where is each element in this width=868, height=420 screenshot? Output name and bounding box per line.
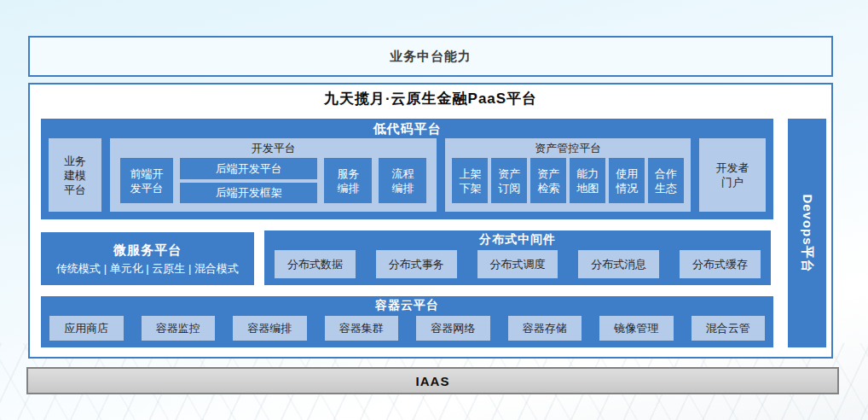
lowcode-content-row: 业务 建模 平台 开发平台 前端开 发平台 后端开发平台 后端开发框架 服务 编… <box>41 138 773 219</box>
asset-search-box: 资产 检索 <box>530 158 566 203</box>
architecture-diagram: 业务中台能力 九天揽月·云原生金融PaaS平台 低代码平台 业务 建模 平台 开… <box>0 0 868 420</box>
container-cluster-box: 容器集群 <box>325 316 399 341</box>
devops-platform-label: Devops平台 <box>799 194 815 272</box>
microservice-title: 微服务平台 <box>41 242 254 259</box>
container-cloud-row: 应用商店 容器监控 容器编排 容器集群 容器网络 容器存储 镜像管理 混合云管 <box>41 314 773 347</box>
dev-platform-title: 开发平台 <box>110 138 437 158</box>
banner-label: 业务中台能力 <box>390 49 472 65</box>
microservice-platform-section: 微服务平台 传统模式 | 单元化 | 云原生 | 混合模式 <box>41 232 254 285</box>
iaas-label: IAAS <box>416 374 450 388</box>
capability-map-box: 能力 地图 <box>570 158 605 203</box>
dev-platform-row: 前端开 发平台 后端开发平台 后端开发框架 服务 编排 流程 编排 <box>110 158 437 212</box>
container-cloud-section: 容器云平台 应用商店 容器监控 容器编排 容器集群 容器网络 容器存储 镜像管理… <box>41 296 773 347</box>
business-modeling-box: 业务 建模 平台 <box>49 138 101 212</box>
middleware-row: 分布式数据 分布式事务 分布式调度 分布式消息 分布式缓存 <box>264 248 771 285</box>
asset-control-group: 资产管控平台 上架 下架 资产 订阅 资产 检索 能力 地图 使用 情况 合作 … <box>445 138 691 212</box>
distributed-message-box: 分布式消息 <box>578 250 659 278</box>
distributed-data-box: 分布式数据 <box>275 250 356 278</box>
asset-control-title: 资产管控平台 <box>445 138 691 158</box>
container-monitoring-box: 容器监控 <box>142 316 216 341</box>
asset-control-row: 上架 下架 资产 订阅 资产 检索 能力 地图 使用 情况 合作 生态 <box>445 158 691 212</box>
devops-platform-bar: Devops平台 <box>788 119 826 347</box>
backend-dev-framework-box: 后端开发框架 <box>180 183 317 204</box>
container-orchestration-box: 容器编排 <box>233 316 307 341</box>
lowcode-platform-section: 低代码平台 业务 建模 平台 开发平台 前端开 发平台 后端开发平台 后端开发框… <box>41 119 773 219</box>
container-storage-box: 容器存储 <box>508 316 582 341</box>
distributed-middleware-section: 分布式中间件 分布式数据 分布式事务 分布式调度 分布式消息 分布式缓存 <box>264 230 771 285</box>
lowcode-title: 低代码平台 <box>41 119 773 138</box>
process-orchestration-box: 流程 编排 <box>379 158 426 203</box>
distributed-cache-box: 分布式缓存 <box>680 250 761 278</box>
cooperation-ecosystem-box: 合作 生态 <box>648 158 684 203</box>
backend-dev-platform-box: 后端开发平台 <box>180 158 317 179</box>
asset-onoff-shelf-box: 上架 下架 <box>452 158 488 203</box>
developer-portal-box: 开发者 门户 <box>699 138 766 212</box>
distributed-transaction-box: 分布式事务 <box>376 250 457 278</box>
distributed-scheduling-box: 分布式调度 <box>477 250 558 278</box>
container-cloud-title: 容器云平台 <box>41 296 773 314</box>
business-midplatform-banner: 业务中台能力 <box>28 36 833 77</box>
service-orchestration-box: 服务 编排 <box>324 158 372 203</box>
platform-title: 九天揽月·云原生金融PaaS平台 <box>30 89 831 108</box>
app-store-box: 应用商店 <box>49 316 124 341</box>
frontend-dev-platform-box: 前端开 发平台 <box>120 158 173 203</box>
asset-subscription-box: 资产 订阅 <box>491 158 527 203</box>
microservice-modes: 传统模式 | 单元化 | 云原生 | 混合模式 <box>41 261 254 277</box>
middleware-title: 分布式中间件 <box>264 230 771 248</box>
paas-platform-panel: 九天揽月·云原生金融PaaS平台 低代码平台 业务 建模 平台 开发平台 前端开… <box>28 83 833 359</box>
container-network-box: 容器网络 <box>416 316 490 341</box>
backend-dev-stack: 后端开发平台 后端开发框架 <box>180 158 317 203</box>
hybrid-cloud-management-box: 混合云管 <box>692 316 766 341</box>
dev-platform-group: 开发平台 前端开 发平台 后端开发平台 后端开发框架 服务 编排 流程 编排 <box>110 138 437 212</box>
image-management-box: 镜像管理 <box>599 316 674 341</box>
iaas-bar: IAAS <box>26 367 839 394</box>
usage-status-box: 使用 情况 <box>609 158 645 203</box>
